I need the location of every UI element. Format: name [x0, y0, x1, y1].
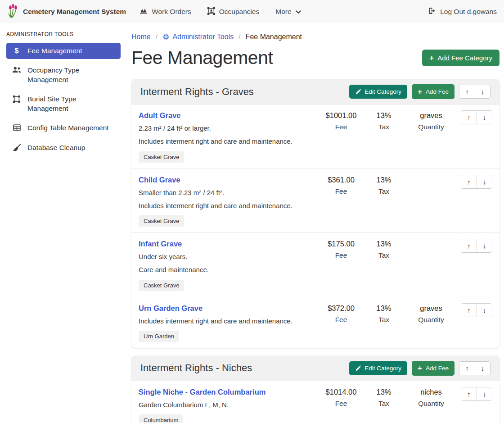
fee-amount-column: $372.00 Fee: [319, 303, 364, 324]
fee-tax-label: Tax: [378, 123, 389, 131]
nav-more-label: More: [275, 8, 291, 16]
fee-tax: 13%: [376, 304, 391, 313]
broom-icon: [12, 144, 22, 151]
fee-row: Urn Garden Grave Includes interment righ…: [131, 297, 500, 348]
vector-square-icon: [12, 96, 22, 103]
breadcrumb-separator: /: [238, 33, 240, 41]
sidebar-item-label: Burial Site Type Management: [27, 95, 116, 113]
fee-amount-column: $361.00 Fee: [319, 175, 364, 196]
nav-more[interactable]: More: [275, 8, 301, 16]
page-title: Fee Management: [131, 47, 273, 68]
add-fee-category-button[interactable]: + Add Fee Category: [422, 50, 500, 66]
edit-category-button[interactable]: Edit Category: [349, 85, 407, 99]
category-title: Interment Rights - Niches: [140, 362, 252, 374]
fee-tax-label: Tax: [378, 316, 389, 324]
sidebar-heading: ADMINISTRATOR TOOLS: [6, 31, 121, 37]
breadcrumb-admin-tools-link[interactable]: ⚙ Administrator Tools: [162, 33, 234, 41]
main-content: Home / ⚙ Administrator Tools / Fee Manag…: [126, 23, 504, 423]
move-fee-up-button[interactable]: ↑: [461, 387, 477, 400]
fee-amount: $1001.00: [326, 111, 357, 120]
move-fee-down-button[interactable]: ↓: [477, 387, 492, 400]
breadcrumb-admin-tools-label: Administrator Tools: [172, 33, 234, 41]
plus-icon: +: [429, 54, 434, 62]
fee-reorder-group: ↑ ↓: [461, 303, 492, 317]
fee-tax-column: 13% Tax: [364, 303, 404, 324]
fee-amount: $175.00: [328, 240, 355, 248]
fee-amount: $1014.00: [326, 388, 357, 396]
sidebar-item-occupancy-type-management[interactable]: Occupancy Type Management: [6, 62, 121, 88]
fee-name-link[interactable]: Urn Garden Grave: [139, 304, 202, 313]
fee-tax-label: Tax: [378, 251, 389, 259]
fee-tax-column: 13% Tax: [364, 175, 404, 196]
edit-category-button[interactable]: Edit Category: [349, 361, 407, 375]
move-fee-up-button[interactable]: ↑: [461, 239, 477, 252]
fee-quantity-column: [404, 239, 458, 243]
breadcrumb-home-link[interactable]: Home: [131, 33, 151, 41]
sidebar-item-fee-management[interactable]: $ Fee Management: [6, 43, 121, 59]
dollar-icon: $: [12, 47, 22, 55]
fee-amount: $372.00: [328, 304, 355, 313]
gear-icon: ⚙: [162, 33, 169, 41]
move-fee-up-button[interactable]: ↑: [461, 304, 477, 317]
fee-amount-column: $1001.00 Fee: [319, 110, 364, 131]
fee-amount-label: Fee: [335, 187, 347, 196]
move-fee-down-button[interactable]: ↓: [477, 239, 492, 252]
fee-amount-label: Fee: [335, 400, 347, 408]
fee-quantity-label: Quantity: [418, 123, 444, 131]
fee-amount-column: $1014.00 Fee: [319, 387, 364, 408]
fee-tax-label: Tax: [378, 187, 389, 196]
fee-name-link[interactable]: Infant Grave: [139, 240, 182, 248]
fee-reorder-group: ↑ ↓: [461, 175, 492, 189]
fee-row: Child Grave Smaller than 2.23 m² / 24 ft…: [131, 168, 500, 233]
move-category-down-button[interactable]: ↓: [475, 362, 490, 375]
move-category-down-button[interactable]: ↓: [475, 85, 490, 98]
fee-amount-column: $175.00 Fee: [319, 239, 364, 259]
sidebar-item-config-table-management[interactable]: Config Table Management: [6, 120, 121, 136]
fee-name-link[interactable]: Adult Grave: [139, 111, 181, 120]
fee-description: 2.23 m² / 24 ft² or larger.: [139, 124, 319, 133]
sidebar-item-database-cleanup[interactable]: Database Cleanup: [6, 140, 121, 156]
move-fee-down-button[interactable]: ↓: [477, 111, 492, 124]
fee-type-badge: Casket Grave: [139, 151, 184, 163]
sidebar-item-label: Config Table Management: [27, 123, 109, 132]
pencil-icon: [355, 365, 361, 371]
fee-quantity-column: graves Quantity: [404, 110, 458, 131]
category-fee-list: Single Niche - Garden Columbarium Garden…: [131, 381, 500, 423]
move-fee-up-button[interactable]: ↑: [461, 111, 477, 124]
fee-tax-label: Tax: [378, 400, 389, 408]
fee-description: Under six years.: [139, 252, 319, 261]
nav-occupancies-label: Occupancies: [219, 8, 260, 16]
logout-label: Log Out d.gowans: [440, 8, 497, 16]
move-fee-down-button[interactable]: ↓: [477, 175, 492, 188]
add-fee-label: Add Fee: [426, 88, 449, 95]
table-icon: [12, 124, 22, 131]
fee-tax-column: 13% Tax: [364, 387, 404, 408]
fee-description: Includes interment right and care and ma…: [139, 201, 319, 210]
breadcrumb-current: Fee Management: [246, 33, 302, 41]
fee-tax: 13%: [376, 111, 391, 120]
category-header: Interment Rights - Niches Edit Category …: [131, 356, 500, 381]
nav-occupancies[interactable]: Occupancies: [207, 7, 260, 17]
fee-description: Garden Columbarium L, M, N.: [139, 400, 319, 409]
fee-quantity: graves: [420, 304, 442, 313]
category-fee-list: Adult Grave 2.23 m² / 24 ft² or larger. …: [131, 105, 500, 348]
fee-amount: $361.00: [328, 176, 355, 184]
nav-work-orders[interactable]: Work Orders: [140, 8, 191, 16]
fee-description: Includes interment right and care and ma…: [139, 317, 319, 326]
edit-category-label: Edit Category: [364, 365, 401, 372]
add-fee-button[interactable]: + Add Fee: [412, 84, 454, 99]
category-title: Interment Rights - Graves: [140, 86, 254, 98]
category-header: Interment Rights - Graves Edit Category …: [131, 79, 500, 105]
fee-name-link[interactable]: Child Grave: [139, 176, 180, 184]
brand: Cemetery Management System: [7, 4, 126, 20]
move-category-up-button[interactable]: ↑: [459, 85, 475, 98]
sidebar-item-burial-site-type-management[interactable]: Burial Site Type Management: [6, 91, 121, 117]
fee-category-card-niches: Interment Rights - Niches Edit Category …: [131, 356, 500, 423]
move-fee-up-button[interactable]: ↑: [461, 175, 477, 188]
fee-name-link[interactable]: Single Niche - Garden Columbarium: [139, 388, 266, 396]
move-category-up-button[interactable]: ↑: [459, 362, 475, 375]
fee-reorder-group: ↑ ↓: [461, 239, 492, 253]
add-fee-button[interactable]: + Add Fee: [412, 361, 454, 376]
logout-button[interactable]: Log Out d.gowans: [428, 7, 497, 16]
move-fee-down-button[interactable]: ↓: [477, 304, 492, 317]
